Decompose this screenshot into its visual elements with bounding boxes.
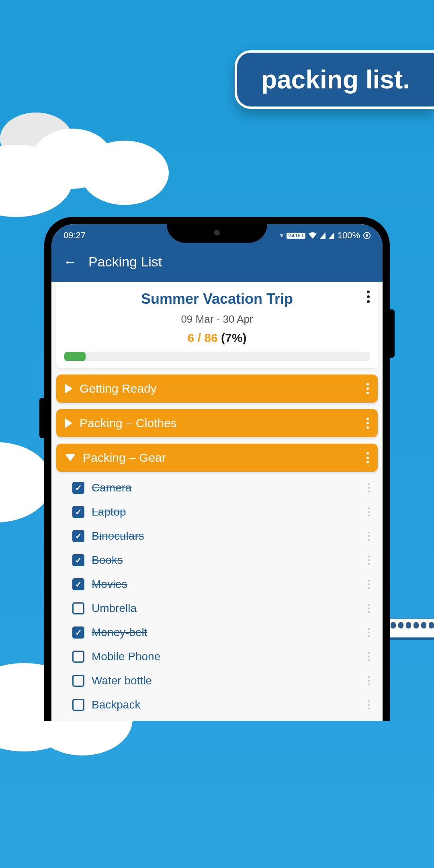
trip-menu-button[interactable] — [367, 291, 370, 303]
checkbox[interactable]: ✓ — [72, 506, 84, 518]
checkbox[interactable]: ✓ — [72, 530, 84, 542]
checkmark-icon: ✓ — [75, 555, 82, 565]
checkbox[interactable] — [72, 699, 84, 711]
list-item[interactable]: Water bottle — [56, 669, 378, 693]
wifi-icon — [309, 232, 317, 239]
feature-banner: packing list. — [235, 50, 434, 109]
trip-title: Summer Vacation Trip — [64, 291, 370, 307]
item-label: Binoculars — [92, 530, 144, 542]
signal-icon — [320, 232, 326, 239]
checkmark-icon: ✓ — [75, 531, 82, 541]
progress-bar — [64, 352, 370, 361]
progress-fill — [64, 352, 86, 361]
section-packing-clothes[interactable]: Packing – Clothes — [56, 409, 378, 437]
location-icon — [363, 232, 371, 239]
collapse-icon — [65, 454, 76, 461]
item-menu-button[interactable] — [368, 532, 370, 541]
list-item[interactable]: Umbrella — [56, 596, 378, 620]
checkbox[interactable]: ✓ — [72, 554, 84, 566]
section-menu-button[interactable] — [366, 452, 369, 463]
back-arrow-icon[interactable]: ← — [63, 254, 77, 270]
checkbox[interactable]: ✓ — [72, 626, 84, 639]
item-menu-button[interactable] — [368, 508, 370, 517]
checkbox[interactable] — [72, 675, 84, 687]
phone-side-button — [390, 309, 395, 358]
item-label: Movies — [92, 578, 127, 591]
item-menu-button[interactable] — [368, 556, 370, 565]
phone-notch — [167, 224, 267, 243]
checkmark-icon: ✓ — [75, 628, 82, 637]
item-menu-button[interactable] — [368, 700, 370, 710]
list-item[interactable]: Backpack — [56, 693, 378, 717]
checkbox[interactable] — [72, 602, 84, 614]
item-label: Mobile Phone — [92, 650, 160, 663]
checkbox[interactable]: ✓ — [72, 578, 84, 590]
expand-icon — [65, 418, 72, 428]
item-label: Camera — [92, 481, 132, 494]
list-item[interactable]: ✓Money-belt — [56, 620, 378, 645]
item-menu-button[interactable] — [368, 676, 370, 686]
app-title: Packing List — [88, 254, 162, 270]
item-menu-button[interactable] — [368, 628, 370, 637]
item-menu-button[interactable] — [368, 483, 370, 493]
item-label: Umbrella — [92, 602, 137, 615]
item-label: Laptop — [92, 506, 126, 518]
checkmark-icon: ✓ — [75, 483, 82, 493]
item-label: Books — [92, 554, 123, 567]
list-item[interactable]: ✓Binoculars — [56, 524, 378, 548]
section-title: Packing – Clothes — [80, 416, 177, 430]
list-item[interactable]: ✓Books — [56, 548, 378, 572]
item-label: Money-belt — [92, 626, 147, 639]
checkmark-icon: ✓ — [75, 507, 82, 517]
items-list: ✓Camera✓Laptop✓Binoculars✓Books✓MoviesUm… — [56, 472, 378, 721]
volte-badge: VoLTE 1 — [287, 233, 305, 239]
banner-text: packing list. — [261, 65, 410, 94]
section-menu-button[interactable] — [366, 418, 369, 429]
list-item[interactable]: ✓Laptop — [56, 500, 378, 524]
trip-progress-text: 6 / 86 (7%) — [64, 331, 370, 345]
signal-icon — [329, 232, 334, 239]
list-item[interactable]: ✓Movies — [56, 572, 378, 596]
section-menu-button[interactable] — [366, 383, 369, 394]
checkbox[interactable]: ✓ — [72, 482, 84, 494]
checkbox[interactable] — [72, 651, 84, 663]
item-menu-button[interactable] — [368, 652, 370, 661]
phone-side-button — [39, 398, 44, 438]
section-title: Getting Ready — [80, 382, 157, 395]
trip-card: Summer Vacation Trip 09 Mar - 30 Apr 6 /… — [56, 282, 378, 368]
checkmark-icon: ✓ — [75, 579, 82, 589]
expand-icon — [65, 384, 72, 393]
status-time: 09:27 — [63, 230, 86, 241]
item-label: Backpack — [92, 698, 140, 711]
section-title: Packing – Gear — [83, 451, 166, 465]
list-item[interactable]: ✓Camera — [56, 476, 378, 500]
phone-frame: 09:27 /s VoLTE 1 100% ← Packing List S — [44, 217, 390, 721]
item-menu-button[interactable] — [368, 604, 370, 613]
section-getting-ready[interactable]: Getting Ready — [56, 375, 378, 403]
item-menu-button[interactable] — [368, 580, 370, 589]
item-label: Water bottle — [92, 674, 152, 687]
list-item[interactable]: Mobile Phone — [56, 645, 378, 669]
trip-dates: 09 Mar - 30 Apr — [64, 313, 370, 326]
battery-percent: 100% — [338, 230, 360, 241]
section-packing-gear[interactable]: Packing – Gear — [56, 444, 378, 472]
